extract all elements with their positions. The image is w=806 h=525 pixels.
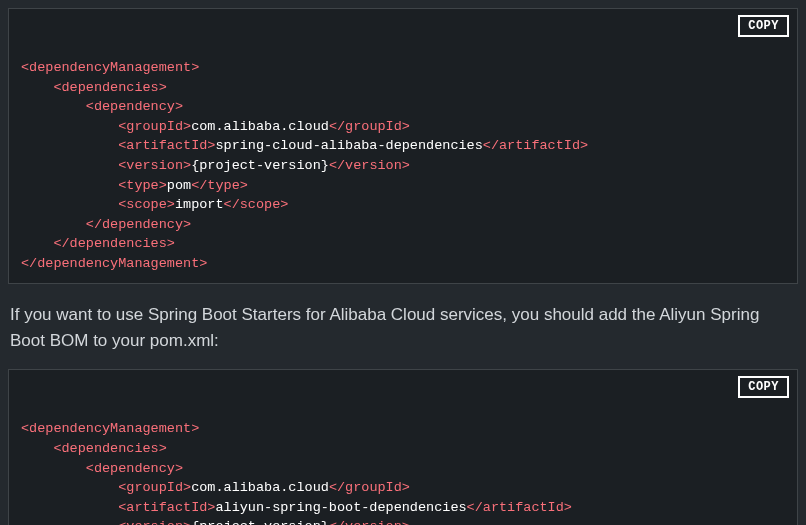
xml-text: import <box>175 197 224 212</box>
xml-tag: <dependencies> <box>53 441 166 456</box>
xml-tag: </scope> <box>224 197 289 212</box>
xml-tag: <scope> <box>118 197 175 212</box>
xml-text: aliyun-spring-boot-dependencies <box>215 500 466 515</box>
xml-tag: </version> <box>329 519 410 525</box>
copy-button[interactable]: COPY <box>738 15 789 37</box>
xml-tag: <dependencyManagement> <box>21 421 199 436</box>
xml-tag: <artifactId> <box>118 138 215 153</box>
xml-tag: </dependencies> <box>53 236 175 251</box>
xml-tag: <groupId> <box>118 480 191 495</box>
xml-tag: </dependencyManagement> <box>21 256 207 271</box>
xml-text: pom <box>167 178 191 193</box>
xml-tag: <dependency> <box>86 99 183 114</box>
xml-tag: </dependency> <box>86 217 191 232</box>
xml-tag: <version> <box>118 519 191 525</box>
xml-text: {project-version} <box>191 519 329 525</box>
xml-tag: <artifactId> <box>118 500 215 515</box>
xml-tag: <version> <box>118 158 191 173</box>
xml-text: spring-cloud-alibaba-dependencies <box>215 138 482 153</box>
xml-tag: <groupId> <box>118 119 191 134</box>
xml-tag: <dependencies> <box>53 80 166 95</box>
xml-tag: </type> <box>191 178 248 193</box>
paragraph: If you want to use Spring Boot Starters … <box>10 302 796 353</box>
xml-tag: </version> <box>329 158 410 173</box>
xml-tag: <dependency> <box>86 461 183 476</box>
xml-tag: </groupId> <box>329 119 410 134</box>
xml-tag: </artifactId> <box>483 138 588 153</box>
xml-text: com.alibaba.cloud <box>191 119 329 134</box>
xml-text: {project-version} <box>191 158 329 173</box>
code-block-2: COPY <dependencyManagement> <dependencie… <box>8 369 798 525</box>
xml-tag: <type> <box>118 178 167 193</box>
xml-tag: </artifactId> <box>467 500 572 515</box>
copy-button[interactable]: COPY <box>738 376 789 398</box>
xml-tag: </groupId> <box>329 480 410 495</box>
xml-tag: <dependencyManagement> <box>21 60 199 75</box>
xml-text: com.alibaba.cloud <box>191 480 329 495</box>
code-block-1: COPY <dependencyManagement> <dependencie… <box>8 8 798 284</box>
